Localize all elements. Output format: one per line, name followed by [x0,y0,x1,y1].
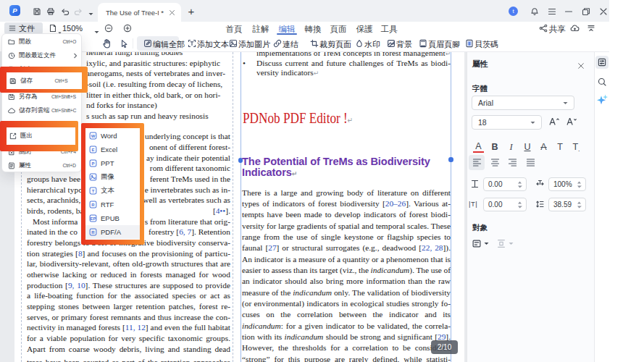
menu-item-label: 開啟最近文件 [19,51,56,60]
export-option-2[interactable]: PPPT [85,156,140,170]
reference-link[interactable]: 8 [78,249,83,258]
doc-line: cuses on the correlation between the ind… [242,310,451,320]
zoom-in-icon[interactable] [122,23,133,33]
history-caret-icon[interactable] [86,9,96,19]
collapse-toolbar-icon[interactable] [586,23,596,33]
zoom-out-icon[interactable] [104,23,114,33]
stepper-arrows-icon[interactable] [517,201,522,209]
export-option-6[interactable]: EPEPUB [85,211,140,225]
zoom-level[interactable]: 150% [62,24,83,33]
font-size-select[interactable]: 18 [472,115,542,130]
export-option-0[interactable]: WWord [85,129,140,143]
italic-term: indicandum [242,321,281,330]
align-center-icon[interactable] [490,157,500,170]
font-size-down-icon[interactable] [566,117,577,126]
ribbon-tab-0[interactable]: 首頁 [219,24,248,35]
export-option-label: Excel [101,146,117,153]
char-spacing-input[interactable]: 0.00 [483,177,527,191]
font-color-icon[interactable]: A [473,142,484,153]
hand-tool-icon[interactable] [101,38,112,49]
new-tab-button[interactable]: + [185,4,197,18]
ribbon-tab-4[interactable]: 頁面 [324,24,353,35]
print-icon[interactable] [46,7,55,16]
align-justify-icon[interactable] [526,157,535,170]
bullet-marker: • [243,59,246,69]
notification-bell-icon[interactable] [530,7,539,16]
align-row [467,157,595,170]
doc-line: versity indicators↵ [256,68,319,79]
font-size-up-icon[interactable] [548,117,560,126]
file-menu-button[interactable]: 文件 [4,22,43,34]
floppy-pen-icon [8,93,16,101]
file-menu-item-0[interactable]: 開啟Ctrl+O [2,35,83,49]
toolbar-separator [133,38,133,49]
align-left-icon[interactable] [472,157,482,170]
select-tool-icon[interactable] [119,38,129,49]
ribbon-tab-6[interactable]: 工具 [375,24,403,35]
caret-down-icon[interactable] [509,242,514,245]
cloud-icon[interactable] [569,23,580,33]
doc-line: litter in either thick, old bark, or on … [86,90,220,101]
file-menu-item-1[interactable]: 開啟最近文件 [2,49,83,62]
line-spacing-input[interactable]: 38.59 [548,198,586,211]
image-file-icon [89,173,97,181]
app-menu-icon[interactable] [547,7,556,16]
export-option-label: 文本 [101,186,114,195]
stepper-arrows-icon[interactable] [517,181,522,188]
panel-close-icon[interactable] [577,59,585,67]
strike-icon[interactable]: A [538,142,549,152]
italic-icon[interactable]: I [506,142,517,153]
export-option-5[interactable]: RRTF [85,198,140,211]
reference-link[interactable]: 20–26 [385,199,406,208]
file-menu-item-save-highlight[interactable]: 儲存 Ctrl+S [7,74,80,88]
share-icon[interactable] [538,23,548,33]
reference-link[interactable]: 22, 28 [422,243,443,252]
word-file-icon: W [89,132,97,140]
bold-icon[interactable]: B [490,142,501,152]
restore-icon[interactable] [581,7,590,16]
align-right-icon[interactable] [508,157,517,170]
object-align-icon[interactable] [472,239,482,248]
user-avatar[interactable]: t [509,7,518,16]
stepper-arrows-icon[interactable] [577,201,582,209]
export-option-4[interactable]: T文本 [85,184,140,198]
export-option-label: PPT [101,159,114,167]
h-scale-input[interactable]: 100% [548,177,586,191]
reference-link[interactable]: 27 [268,243,276,252]
file-menu-item-5[interactable]: 儲存到雲端Ctrl+Shift+C [2,104,83,117]
stepper-arrows-icon[interactable] [577,181,582,188]
ribbon-tab-3[interactable]: 轉換 [298,24,327,35]
reference-link[interactable]: 11, 12 [125,323,146,332]
file-menu-item-9[interactable]: 屬性Ctrl+D [2,159,83,172]
tab-close-icon[interactable] [169,9,175,16]
selection-handle-right[interactable] [448,157,453,162]
ribbon-tab-1[interactable]: 註解 [246,24,275,35]
document-tab[interactable]: The Use of Tree-Relate... * [98,3,181,22]
underline-icon[interactable]: U [522,142,533,152]
properties-panel-icon[interactable] [595,56,609,69]
text-block-dashed-border [233,52,233,362]
export-submenu: WWordEExcelPPPT圖像T文本RRTFEPEPUBRPDF/A [85,128,140,240]
object-distribute-icon[interactable] [496,239,506,248]
export-option-3[interactable]: 圖像 [85,170,140,184]
file-menu-item-export-highlight[interactable]: 匯出 [7,130,74,143]
subscript-icon[interactable]: T [571,142,582,153]
reference-link[interactable]: 4•• [216,206,226,215]
minimize-icon[interactable] [564,7,573,16]
caps-icon[interactable]: T [555,142,566,152]
search-icon[interactable] [595,75,609,88]
ai-assistant-icon[interactable] [595,93,609,106]
export-option-1[interactable]: EExcel [85,143,140,156]
undo-icon[interactable] [60,7,70,16]
reference-link[interactable]: 6, 7 [179,227,191,236]
redo-icon[interactable] [73,7,83,16]
reference-link[interactable]: 9, 10 [68,281,85,290]
font-family-select[interactable]: Arial [472,96,574,110]
caret-down-icon[interactable] [484,242,489,245]
share-label[interactable]: 共享 [549,24,566,35]
export-option-7[interactable]: RPDF/A [85,225,140,239]
menu-item-label: 開啟 [19,38,31,46]
save-icon[interactable] [32,7,41,16]
baseline-input[interactable]: 0.00 [483,198,527,211]
close-icon[interactable] [598,7,608,16]
